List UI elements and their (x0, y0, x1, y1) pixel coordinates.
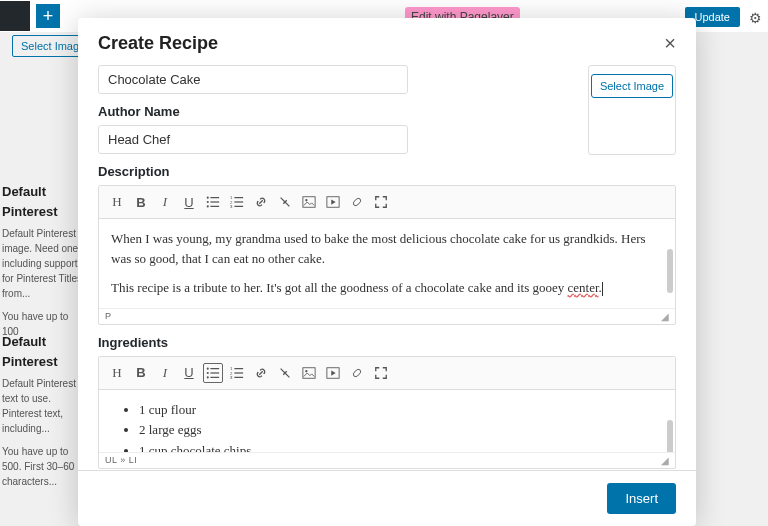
image-icon[interactable] (299, 363, 319, 383)
ordered-list-icon[interactable]: 123 (227, 192, 247, 212)
svg-point-31 (352, 368, 362, 378)
ingredients-toolbar: H B I U 123 (99, 357, 675, 390)
description-label: Description (98, 164, 676, 179)
svg-point-20 (207, 376, 209, 378)
image-icon[interactable] (299, 192, 319, 212)
ingredients-content[interactable]: 1 cup flour 2 large eggs 1 cup chocolate… (99, 390, 675, 452)
svg-rect-5 (210, 206, 219, 207)
list-item: 1 cup chocolate chips (139, 441, 663, 452)
ordered-list-icon[interactable]: 123 (227, 363, 247, 383)
italic-icon[interactable]: I (155, 363, 175, 383)
description-toolbar: H B I U 123 (99, 186, 675, 219)
settings-gear-icon[interactable]: ⚙ (749, 10, 762, 26)
bg-panel2-heading: Default Pinterest (2, 332, 83, 371)
modal-body: Select Image Author Name Description H B… (78, 65, 696, 470)
description-editor: H B I U 123 When I was young, my grandma… (98, 185, 676, 325)
modal-footer: Insert (78, 470, 696, 526)
italic-icon[interactable]: I (155, 192, 175, 212)
svg-rect-25 (234, 372, 243, 373)
fullscreen-icon[interactable] (371, 363, 391, 383)
svg-point-18 (207, 371, 209, 373)
close-icon[interactable]: × (664, 32, 676, 55)
list-item: 1 cup flour (139, 400, 663, 420)
modal-title: Create Recipe (98, 33, 218, 54)
bg-panel-2: Default Pinterest Default Pinterest text… (0, 310, 85, 491)
insert-button[interactable]: Insert (607, 483, 676, 514)
list-item: 2 large eggs (139, 420, 663, 440)
ingredients-editor: H B I U 123 1 cup flour 2 large eggs 1 c… (98, 356, 676, 469)
svg-point-15 (352, 197, 362, 207)
modal-header: Create Recipe × (78, 18, 696, 65)
underline-icon[interactable]: U (179, 192, 199, 212)
svg-point-0 (207, 197, 209, 199)
bg-panel1-heading: Default Pinterest (2, 182, 83, 221)
resize-handle-icon[interactable]: ◢ (661, 311, 670, 322)
link-icon[interactable] (251, 363, 271, 383)
editor-scrollbar[interactable] (667, 420, 673, 452)
svg-rect-3 (210, 201, 219, 202)
svg-rect-1 (210, 197, 219, 198)
wp-logo-icon[interactable] (0, 1, 30, 31)
svg-rect-21 (210, 376, 219, 377)
svg-text:3: 3 (230, 375, 233, 380)
underline-icon[interactable]: U (179, 363, 199, 383)
svg-rect-27 (234, 376, 243, 377)
svg-point-13 (305, 199, 307, 201)
ingredients-path: UL » LI◢ (99, 452, 675, 468)
select-image-button[interactable]: Select Image (591, 74, 673, 98)
svg-rect-12 (303, 197, 315, 208)
bullet-list-icon[interactable] (203, 192, 223, 212)
svg-point-4 (207, 205, 209, 207)
description-content[interactable]: When I was young, my grandma used to bak… (99, 219, 675, 308)
ingredients-label: Ingredients (98, 335, 676, 350)
svg-text:3: 3 (230, 204, 233, 209)
attachment-icon[interactable] (347, 192, 367, 212)
bullet-list-icon[interactable] (203, 363, 223, 383)
svg-rect-19 (210, 372, 219, 373)
svg-rect-9 (234, 201, 243, 202)
svg-rect-11 (234, 206, 243, 207)
author-name-input[interactable] (98, 125, 408, 154)
attachment-icon[interactable] (347, 363, 367, 383)
recipe-name-input[interactable] (98, 65, 408, 94)
add-block-button[interactable]: + (36, 4, 60, 28)
link-icon[interactable] (251, 192, 271, 212)
unlink-icon[interactable] (275, 192, 295, 212)
fullscreen-icon[interactable] (371, 192, 391, 212)
unlink-icon[interactable] (275, 363, 295, 383)
svg-rect-17 (210, 368, 219, 369)
heading-icon[interactable]: H (107, 192, 127, 212)
bold-icon[interactable]: B (131, 192, 151, 212)
editor-scrollbar[interactable] (667, 249, 673, 293)
create-recipe-modal: Create Recipe × Select Image Author Name… (78, 18, 696, 526)
resize-handle-icon[interactable]: ◢ (661, 455, 670, 466)
svg-rect-23 (234, 368, 243, 369)
text-cursor (602, 282, 603, 296)
recipe-image-box: Select Image (588, 65, 676, 155)
description-path: P◢ (99, 308, 675, 324)
video-icon[interactable] (323, 363, 343, 383)
bold-icon[interactable]: B (131, 363, 151, 383)
video-icon[interactable] (323, 192, 343, 212)
ingredients-list: 1 cup flour 2 large eggs 1 cup chocolate… (111, 400, 663, 452)
heading-icon[interactable]: H (107, 363, 127, 383)
svg-point-29 (305, 370, 307, 372)
svg-rect-7 (234, 197, 243, 198)
svg-point-2 (207, 201, 209, 203)
svg-rect-28 (303, 367, 315, 378)
svg-point-16 (207, 367, 209, 369)
